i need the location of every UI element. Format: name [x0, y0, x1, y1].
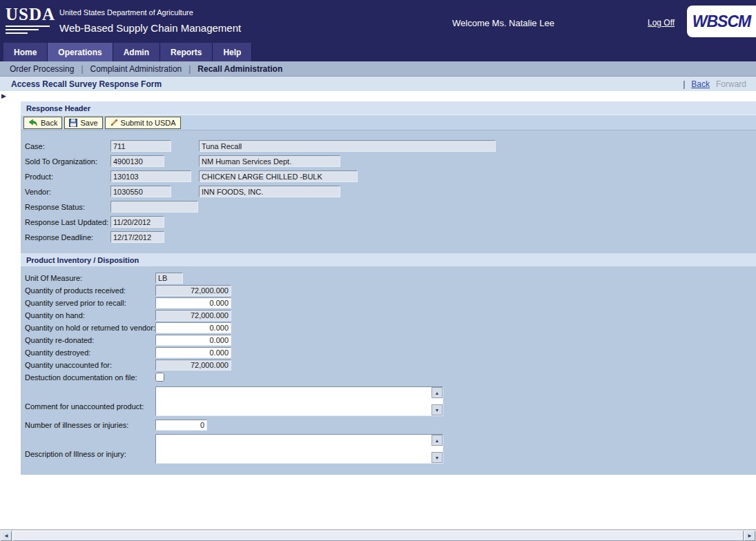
qty-destroyed-row: Quantity destroyed:	[21, 346, 756, 359]
subnav-complaint-administration[interactable]: Complaint Administration	[90, 64, 182, 74]
description-scrollbar: ▲ ▼	[432, 435, 443, 463]
qty-on-hold-input[interactable]	[155, 322, 231, 333]
qty-on-hold-label: Quantity on hold or returned to vendor:	[25, 324, 155, 332]
log-off-link[interactable]: Log Off	[648, 18, 675, 28]
case-desc-input	[199, 140, 496, 152]
inventory-section-title: Product Inventory / Disposition	[21, 253, 756, 266]
qty-unaccounted-input	[155, 360, 231, 371]
qty-redonated-label: Quantity re-donated:	[25, 336, 94, 344]
qty-served-row: Quantity served prior to recall:	[21, 297, 756, 309]
sold-to-org-label: Sold To Organization:	[25, 157, 97, 166]
scroll-right-icon[interactable]: ►	[744, 531, 755, 541]
case-code-input	[110, 140, 171, 152]
wbscm-logo-text: WBSCM	[692, 12, 750, 31]
submit-button-label: Submit to USDA	[121, 119, 176, 127]
qty-unaccounted-row: Quantity unaccounted for:	[21, 359, 756, 371]
horizontal-scrollbar: ◄ ►	[0, 529, 756, 541]
qty-redonated-input[interactable]	[155, 335, 231, 346]
qty-served-input[interactable]	[155, 297, 231, 308]
qty-on-hand-row: Quantity on hand:	[21, 309, 756, 322]
app-window: USDA United States Department of Agricul…	[0, 0, 756, 541]
history-divider: |	[683, 79, 685, 89]
qty-destroyed-input[interactable]	[155, 347, 231, 358]
usda-logo: USDA	[6, 6, 57, 34]
sub-nav: Order Processing | Complaint Administrat…	[0, 61, 756, 76]
history-nav: | Back Forward	[683, 79, 756, 89]
response-status-row: Response Status:	[21, 199, 756, 215]
usda-logo-stripes	[6, 26, 57, 34]
pen-icon	[110, 119, 118, 127]
recall-survey-form-panel: Response Header Back Save Submit to USDA	[21, 101, 756, 475]
comment-label: Comment for unaccounted product:	[25, 402, 144, 411]
scrollbar-thumb[interactable]	[12, 531, 744, 541]
vendor-desc-input	[199, 186, 340, 197]
back-button-label: Back	[41, 119, 57, 127]
destruction-doc-label: Destuction documentation on file:	[25, 373, 137, 382]
response-header-fields: Case: Sold To Organization: Product: Ven…	[21, 130, 756, 253]
wbscm-logo: WBSCM	[687, 6, 756, 37]
description-label: Description of Illness or injury:	[25, 450, 126, 458]
history-back-link[interactable]: Back	[691, 79, 710, 89]
tab-operations[interactable]: Operations	[48, 43, 113, 61]
description-textarea[interactable]	[156, 435, 432, 463]
destruction-doc-row: Destuction documentation on file:	[21, 371, 756, 384]
product-code-input	[110, 170, 191, 182]
comment-row: Comment for unaccounted product: ▲ ▼	[21, 386, 756, 416]
qty-unaccounted-label: Quantity unaccounted for:	[25, 361, 112, 369]
save-button-label: Save	[80, 119, 97, 127]
page-title-bar: Access Recall Survey Response Form | Bac…	[0, 76, 756, 92]
vendor-code-input	[110, 186, 171, 197]
floppy-disk-icon	[69, 119, 77, 127]
illness-count-label: Number of illnesses or injuries:	[25, 421, 128, 429]
unit-of-measure-row: Unit Of Measure:	[21, 272, 756, 284]
comment-textarea-wrap: ▲ ▼	[155, 386, 443, 416]
tab-help[interactable]: Help	[213, 43, 252, 61]
main-nav-tabbar: Home Operations Admin Reports Help	[0, 43, 756, 61]
case-label: Case:	[25, 142, 45, 150]
response-header-section-title: Response Header	[21, 101, 756, 115]
qty-on-hand-label: Quantity on hand:	[25, 311, 85, 319]
response-status-input	[110, 201, 198, 213]
sold-to-org-desc-input	[199, 155, 340, 167]
qty-received-label: Quantity of products received:	[25, 286, 126, 295]
description-row: Description of Illness or injury: ▲ ▼	[21, 434, 756, 464]
scroll-up-icon[interactable]: ▲	[432, 435, 443, 446]
scroll-up-icon[interactable]: ▲	[432, 387, 443, 398]
response-last-updated-row: Response Last Updated:	[21, 215, 756, 230]
save-button[interactable]: Save	[64, 117, 102, 129]
qty-received-input	[155, 285, 231, 296]
response-status-label: Response Status:	[25, 203, 85, 211]
product-label: Product:	[25, 173, 53, 181]
subnav-recall-administration[interactable]: Recall Administration	[197, 64, 282, 74]
tab-admin[interactable]: Admin	[113, 43, 160, 61]
response-last-updated-input	[110, 216, 164, 228]
response-deadline-label: Response Deadline:	[25, 233, 93, 242]
illness-count-input[interactable]	[155, 420, 207, 431]
history-forward-link: Forward	[716, 79, 746, 89]
tab-home[interactable]: Home	[3, 43, 48, 61]
scroll-down-icon[interactable]: ▼	[432, 404, 443, 415]
subnav-separator: |	[81, 64, 83, 74]
tab-reports[interactable]: Reports	[160, 43, 213, 61]
scroll-left-icon[interactable]: ◄	[1, 531, 12, 541]
subnav-order-processing[interactable]: Order Processing	[10, 64, 74, 74]
panel-collapse-handle[interactable]: ▶	[1, 92, 6, 99]
qty-received-row: Quantity of products received:	[21, 284, 756, 297]
illness-count-row: Number of illnesses or injuries:	[21, 419, 756, 431]
case-row: Case:	[21, 139, 756, 154]
description-textarea-wrap: ▲ ▼	[155, 434, 443, 464]
app-title: Web-Based Supply Chain Management	[59, 22, 241, 34]
response-deadline-row: Response Deadline:	[21, 230, 756, 245]
form-toolbar: Back Save Submit to USDA	[21, 115, 756, 130]
qty-redonated-row: Quantity re-donated:	[21, 334, 756, 346]
inventory-fields: Unit Of Measure: Quantity of products re…	[21, 266, 756, 464]
destruction-doc-checkbox[interactable]	[155, 373, 164, 382]
qty-destroyed-label: Quantity destroyed:	[25, 348, 90, 357]
comment-textarea[interactable]	[156, 387, 432, 415]
sold-to-org-code-input	[110, 155, 164, 167]
back-button[interactable]: Back	[23, 117, 62, 129]
agency-name: United States Department of Agriculture	[59, 8, 193, 17]
scroll-down-icon[interactable]: ▼	[432, 452, 443, 463]
submit-to-usda-button[interactable]: Submit to USDA	[105, 117, 181, 129]
response-last-updated-label: Response Last Updated:	[25, 218, 108, 226]
